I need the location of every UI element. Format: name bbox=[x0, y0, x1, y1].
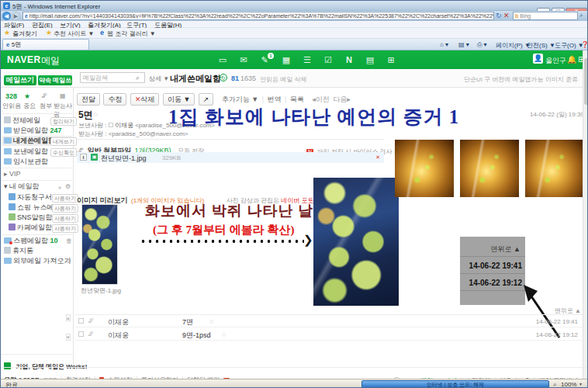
sidebar-mybox[interactable]: ▾ 내 메일함 bbox=[4, 182, 40, 192]
filter-unread[interactable]: 안읽음 bbox=[2, 102, 21, 110]
header-card-icon[interactable]: ▭ bbox=[216, 55, 229, 65]
suggested-sites[interactable]: 추천 사이트 ▼ bbox=[54, 29, 94, 38]
scroll-up-arrow[interactable]: ▴ bbox=[66, 314, 71, 321]
zoom-magnifier-icon[interactable]: ⌕ bbox=[553, 381, 556, 388]
home-icon[interactable]: ⌂ ▾ bbox=[440, 41, 448, 48]
row1-title[interactable]: 7면 bbox=[182, 317, 193, 327]
compose-appt-button[interactable]: 약속 메일쓰기 bbox=[38, 75, 72, 85]
sidebar-item-cafe[interactable]: 카페메일함 bbox=[9, 223, 52, 233]
organize-button[interactable]: 정리하기 bbox=[50, 117, 77, 126]
header-file-icon[interactable]: ▤ bbox=[364, 55, 376, 65]
tome-write-button[interactable]: 내게쓰기 bbox=[50, 137, 77, 146]
avatar[interactable]: 👤 bbox=[533, 54, 543, 64]
bing-search-box[interactable]: b Bing bbox=[513, 12, 578, 20]
bill-use-button[interactable]: 사용하기 bbox=[52, 194, 78, 203]
sidebar-item-sns[interactable]: SNS알림함 bbox=[9, 213, 53, 223]
receipt-check-button[interactable]: 수신확인 bbox=[50, 148, 77, 157]
header-list-icon[interactable]: ☰ bbox=[301, 55, 313, 65]
naver-header: NAVER 메일 ▭ ✉ ✎ 1 ▦ ☰ ☑ N ▤ ⊞ 👤 올인구 ▼ 🔔 ⊞ bbox=[1, 50, 588, 69]
attachment-name[interactable]: 천년맞면-1.jpg bbox=[101, 154, 147, 164]
shopping-use-button[interactable]: 사용하기 bbox=[52, 204, 78, 213]
filter-starred[interactable]: 중요 bbox=[23, 102, 36, 110]
compose-button[interactable]: 메일쓰기 bbox=[4, 75, 36, 85]
works-banner[interactable]: 기업, 단체 메일은 Works! bbox=[4, 358, 87, 372]
folder-settings-icon[interactable]: ⚙ bbox=[65, 183, 71, 190]
sns-use-button[interactable]: 사용하기 bbox=[52, 214, 78, 223]
filter-tome[interactable]: 받는사람 bbox=[54, 102, 72, 119]
filter-attach[interactable]: 첨부 bbox=[40, 102, 52, 110]
from-checkbox[interactable] bbox=[109, 123, 113, 127]
sidebar-item-trash[interactable]: 휴지통 bbox=[4, 246, 33, 256]
help-icon[interactable]: ❓ bbox=[581, 41, 588, 48]
safety-menu[interactable]: 안전(S) ▼ bbox=[527, 41, 555, 50]
feeds-icon[interactable]: ▤ ▾ bbox=[458, 41, 469, 48]
sidebar-item-draft[interactable]: 임시보관함 bbox=[4, 157, 48, 167]
add-folder-icon[interactable]: ＋ bbox=[57, 183, 63, 192]
attachment-row[interactable]: ⬇ ▣ 천년맞면-1.jpg 329KB ✕ bbox=[77, 152, 384, 163]
header-calendar-icon[interactable]: ▦ bbox=[280, 55, 292, 65]
zoom-level[interactable]: 100% bbox=[561, 381, 576, 388]
webslice-gallery[interactable]: 웹 조각 갤러리 ▼ bbox=[107, 29, 156, 38]
from-name[interactable]: 이재웅 bbox=[115, 122, 133, 129]
next-link[interactable]: 다음▸ bbox=[333, 95, 351, 103]
favorites-button[interactable]: 즐겨찾기 bbox=[12, 29, 37, 38]
spam-folder-icon bbox=[4, 237, 12, 244]
sidebar-item-vip[interactable]: ▸ VIP bbox=[4, 169, 21, 179]
app-title[interactable]: 메일 bbox=[41, 54, 60, 68]
header-check-icon[interactable]: ☑ bbox=[322, 55, 334, 65]
page-scrollbar[interactable] bbox=[583, 50, 588, 379]
external-settings-icon[interactable]: ⚙ bbox=[66, 258, 71, 265]
mail-list-row-2[interactable]: 🖇 이재웅 9면-1psd ☆ 14-06-22 19:12 bbox=[75, 328, 583, 341]
forward-button[interactable]: 전달 bbox=[77, 93, 100, 106]
header-note-icon[interactable]: N bbox=[343, 55, 355, 64]
refresh-folder-icon[interactable]: ↻ bbox=[220, 74, 227, 81]
row2-sender[interactable]: 이재웅 bbox=[108, 331, 129, 341]
more-menu[interactable]: 추가기능 ▼ bbox=[222, 95, 258, 103]
scroll-down-arrow[interactable]: ▾ bbox=[66, 334, 71, 341]
download-icon[interactable]: ⬇ bbox=[80, 154, 87, 161]
delete-button[interactable]: ✕삭제 bbox=[130, 93, 160, 106]
tab-active[interactable]: e 5면 bbox=[2, 39, 89, 50]
back-button[interactable]: ◀ bbox=[2, 12, 11, 20]
bell-icon[interactable]: 🔔 bbox=[567, 55, 576, 64]
empty-spam-icon[interactable]: 🗑 bbox=[66, 237, 72, 244]
zoom-dropdown-icon[interactable]: ▾ bbox=[579, 381, 582, 386]
album-image[interactable] bbox=[313, 178, 399, 306]
forward-button[interactable]: ▶ bbox=[12, 12, 20, 20]
cafe-use-button[interactable]: 사용하기 bbox=[52, 224, 78, 233]
preview-thumbnail[interactable] bbox=[81, 204, 118, 285]
row2-title[interactable]: 9면-1psd bbox=[182, 331, 211, 341]
search-detail[interactable]: 상세 ▼ bbox=[149, 74, 169, 83]
search-icon[interactable]: ⌕ bbox=[579, 12, 583, 19]
file-type-icon: ▣ bbox=[91, 154, 98, 161]
stop-icon[interactable]: ✕ bbox=[503, 12, 510, 19]
current-folder[interactable]: 내게쓴메일함 bbox=[170, 73, 221, 85]
tools-menu[interactable]: 도구(O) ▼ bbox=[555, 41, 584, 50]
translate-link[interactable]: 번역 bbox=[267, 95, 281, 103]
header-photo-icon[interactable]: ⊞ bbox=[385, 55, 397, 65]
refresh-icon[interactable]: ↻ bbox=[496, 12, 502, 19]
edit-button[interactable]: 수정 bbox=[103, 93, 126, 106]
sidebar-item-allmail[interactable]: 전체메일 bbox=[4, 116, 40, 126]
row1-sender[interactable]: 이재웅 bbox=[108, 317, 129, 327]
prev-link[interactable]: ◂이전 bbox=[312, 95, 330, 103]
zoombox-date-1: 14-06-22 19:41 bbox=[460, 257, 525, 273]
attachment-delete-icon[interactable]: ✕ bbox=[375, 154, 380, 161]
page-menu[interactable]: 페이지(P) ▼ bbox=[496, 41, 531, 50]
sidebar-item-sent[interactable]: 보낸메일함 bbox=[4, 147, 48, 157]
scrollbar-thumb[interactable] bbox=[584, 58, 588, 105]
mail-search-icon[interactable]: ⌕ bbox=[136, 74, 140, 82]
row2-checkbox[interactable] bbox=[78, 331, 84, 337]
sidebar-item-external[interactable]: 외부메일 가져오기 bbox=[4, 256, 71, 266]
sidebar-item-inbox[interactable]: 받은메일함 247 bbox=[4, 126, 62, 136]
url-field[interactable]: e http://mail.naver.com/?nv=144030414303… bbox=[22, 12, 494, 20]
delete-unread-link[interactable]: 안읽은 메일 삭제 bbox=[260, 75, 306, 84]
print-icon[interactable]: ⎙ ▾ bbox=[477, 41, 487, 49]
mail-list-row-1[interactable]: 🖇 이재웅 7면 ☆ 14-06-22 19:41 bbox=[75, 315, 583, 327]
sidebar-item-spam[interactable]: 스팸메일함 10 bbox=[4, 236, 58, 246]
list-link[interactable]: 목록 bbox=[290, 95, 304, 103]
naver-logo[interactable]: NAVER bbox=[7, 54, 41, 65]
row1-checkbox[interactable] bbox=[78, 318, 84, 324]
subject-star-icon[interactable]: ☆ bbox=[92, 110, 99, 118]
header-mail-icon[interactable]: ✉ bbox=[237, 55, 250, 65]
